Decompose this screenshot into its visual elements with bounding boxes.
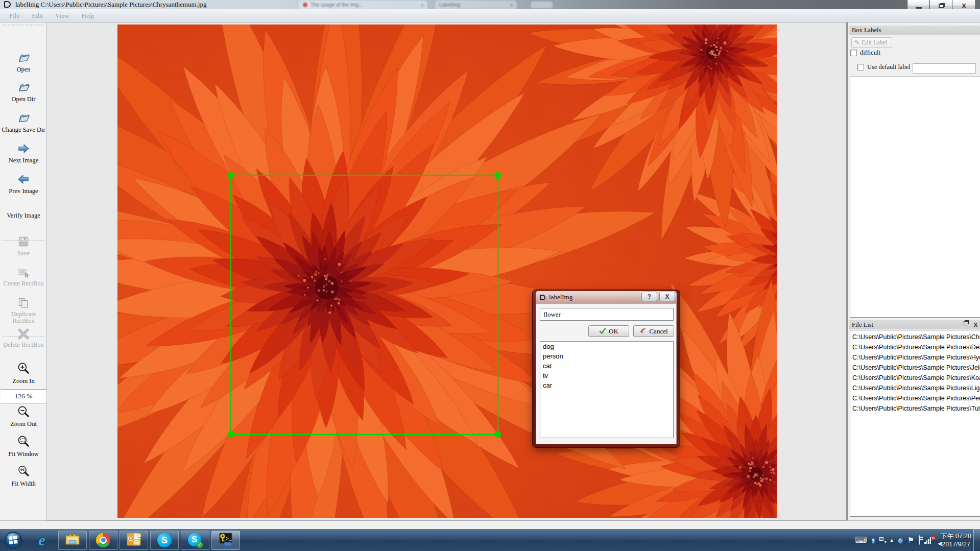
signal-icon[interactable] bbox=[924, 537, 931, 544]
image-canvas[interactable] bbox=[47, 22, 847, 520]
bbox-handle-top-right[interactable] bbox=[494, 172, 501, 179]
toolbar-open-dir-button[interactable] bbox=[0, 81, 47, 96]
toolbar-fit-window-button[interactable] bbox=[0, 435, 47, 450]
label-choice-item[interactable]: tv bbox=[540, 371, 673, 380]
toolbar-zoom-in-label[interactable]: Zoom In bbox=[0, 378, 47, 385]
toolbar-delete-rectbox-label[interactable]: Delete RectBox bbox=[0, 342, 47, 348]
file-list-item[interactable]: C:\Users\Public\Pictures\Sample Pictures… bbox=[850, 332, 980, 342]
label-choice-list[interactable]: dogpersoncattvcar bbox=[540, 341, 674, 438]
toolbar-open-button[interactable] bbox=[0, 51, 47, 66]
box-labels-header[interactable]: Box Labels bbox=[849, 26, 980, 35]
toolbar-delete-rectbox-button[interactable] bbox=[0, 327, 47, 343]
toolbar-save-label[interactable]: Save bbox=[0, 250, 47, 257]
create-rectbox-icon bbox=[17, 266, 30, 279]
status-bar bbox=[0, 520, 980, 529]
help-icon[interactable]: ? bbox=[872, 536, 875, 545]
file-list-item[interactable]: C:\Users\Public\Pictures\Sample Pictures… bbox=[850, 383, 980, 393]
toolbar-fit-width-button[interactable] bbox=[0, 464, 47, 480]
box-labels-list[interactable] bbox=[850, 77, 980, 318]
sync-icon[interactable]: ⟳ bbox=[898, 536, 903, 545]
menu-help[interactable]: Help bbox=[76, 11, 99, 21]
difficult-checkbox[interactable] bbox=[850, 50, 857, 56]
default-label-input[interactable] bbox=[913, 63, 976, 74]
toolbar-create-rectbox-label[interactable]: Create RectBox bbox=[0, 280, 47, 287]
ok-button[interactable]: OK bbox=[588, 325, 629, 337]
toolbar-change-save-dir-button[interactable] bbox=[0, 111, 47, 127]
toolbar-duplicate-rectbox-label[interactable]: Duplicate RectBox bbox=[0, 311, 47, 324]
dialog-close-button[interactable]: X bbox=[659, 292, 675, 301]
file-list-item[interactable]: C:\Users\Public\Pictures\Sample Pictures… bbox=[850, 363, 980, 373]
use-default-label-checkbox[interactable] bbox=[857, 64, 864, 70]
label-choice-item[interactable]: dog bbox=[540, 342, 673, 351]
flag-icon[interactable]: ⚑ bbox=[907, 536, 914, 545]
toolbar-save-button[interactable] bbox=[0, 235, 47, 250]
labelimg-logo-icon bbox=[540, 295, 545, 300]
toolbar-open-label[interactable]: Open bbox=[0, 66, 47, 73]
menu-file[interactable]: File bbox=[4, 11, 25, 21]
dialog-help-button[interactable]: ? bbox=[641, 292, 657, 301]
open-folder-icon bbox=[17, 81, 30, 94]
toolbar-prev-image-button[interactable] bbox=[0, 173, 47, 188]
difficult-label: difficult bbox=[860, 49, 880, 57]
label-choice-item[interactable]: cat bbox=[540, 361, 673, 371]
plug-icon[interactable] bbox=[919, 536, 920, 545]
toolbar-prev-image-label[interactable]: Prev Image bbox=[0, 188, 47, 195]
file-list-item[interactable]: C:\Users\Public\Pictures\Sample Pictures… bbox=[850, 403, 980, 414]
zoom-percent-value[interactable]: 126 % bbox=[1, 389, 46, 403]
show-desktop-button[interactable] bbox=[973, 529, 980, 551]
arrow-right-icon bbox=[17, 142, 30, 155]
taskbar-app-windows-explorer[interactable] bbox=[58, 531, 87, 550]
annotation-bounding-box[interactable] bbox=[230, 175, 498, 435]
menu-edit[interactable]: Edit bbox=[27, 11, 48, 21]
file-list-header[interactable]: File List X bbox=[849, 320, 980, 329]
pencil-icon: ✎ bbox=[854, 39, 859, 46]
float-panel-icon[interactable] bbox=[964, 321, 968, 325]
toolbar-change-save-dir-label[interactable]: Change Save Dir bbox=[0, 127, 47, 133]
bbox-handle-bottom-left[interactable] bbox=[228, 431, 234, 438]
file-list-item[interactable]: C:\Users\Public\Pictures\Sample Pictures… bbox=[850, 393, 980, 403]
screen: The usage of the img... x LabelImg x lab… bbox=[0, 0, 980, 551]
edit-label-button[interactable]: ✎ Edit Label bbox=[851, 37, 892, 48]
file-list-item[interactable]: C:\Users\Public\Pictures\Sample Pictures… bbox=[850, 352, 980, 363]
menu-bar: FileEditViewHelp bbox=[0, 9, 980, 22]
menu-view[interactable]: View bbox=[50, 11, 74, 21]
toolbar-next-image-button[interactable] bbox=[0, 142, 47, 157]
close-icon: X bbox=[962, 2, 966, 10]
check-icon bbox=[599, 328, 606, 334]
chrome-icon bbox=[96, 533, 110, 547]
toolbar-zoom-in-button[interactable] bbox=[0, 362, 47, 377]
toolbar-next-image-label[interactable]: Next Image bbox=[0, 157, 47, 164]
panel-close-icon[interactable]: X bbox=[974, 320, 977, 329]
taskbar-app-terminal-key[interactable]: >_ bbox=[211, 531, 240, 550]
toolbar-create-rectbox-button[interactable] bbox=[0, 266, 47, 281]
keyboard-icon[interactable]: ⌨ bbox=[855, 535, 867, 545]
toolbar-zoom-out-button[interactable] bbox=[0, 405, 47, 420]
undo-arrow-icon bbox=[639, 328, 647, 334]
file-list-item[interactable]: C:\Users\Public\Pictures\Sample Pictures… bbox=[850, 373, 980, 383]
label-input[interactable] bbox=[540, 308, 674, 321]
toolbar-fit-width-label[interactable]: Fit Width bbox=[0, 481, 47, 487]
labelimg-logo-icon bbox=[4, 1, 11, 8]
file-list[interactable]: C:\Users\Public\Pictures\Sample Pictures… bbox=[850, 330, 980, 517]
label-choice-item[interactable]: car bbox=[540, 380, 673, 390]
taskbar-app-outlook[interactable] bbox=[119, 531, 148, 550]
taskbar-app-skype-check[interactable]: S✓ bbox=[181, 531, 209, 550]
toolbar-grip[interactable] bbox=[2, 24, 44, 26]
toolbar-zoom-out-label[interactable]: Zoom Out bbox=[0, 421, 47, 427]
taskbar-app-skype[interactable]: S bbox=[150, 531, 179, 550]
cancel-button[interactable]: Cancel bbox=[633, 325, 674, 337]
toolbar-open-dir-label[interactable]: Open Dir bbox=[0, 96, 47, 103]
bbox-handle-bottom-right[interactable] bbox=[494, 431, 501, 438]
bbox-handle-top-left[interactable] bbox=[228, 172, 234, 179]
taskbar-clock[interactable]: 下午 07:20 2017/9/27 bbox=[941, 532, 971, 548]
hidden-icons-icon[interactable]: ▲ bbox=[890, 538, 894, 543]
toolbar-fit-window-label[interactable]: Fit Window bbox=[0, 451, 47, 458]
toolbar-duplicate-rectbox-button[interactable] bbox=[0, 297, 47, 312]
start-button[interactable] bbox=[0, 529, 27, 551]
toolbar-verify-image-label[interactable]: Verify Image bbox=[0, 212, 47, 219]
file-list-item[interactable]: C:\Users\Public\Pictures\Sample Pictures… bbox=[850, 342, 980, 352]
taskbar-app-chrome[interactable] bbox=[89, 531, 117, 550]
window-restore-icon[interactable]: ▾ bbox=[879, 537, 886, 543]
label-choice-item[interactable]: person bbox=[540, 351, 673, 361]
taskbar-app-internet-explorer[interactable]: e bbox=[28, 531, 56, 550]
